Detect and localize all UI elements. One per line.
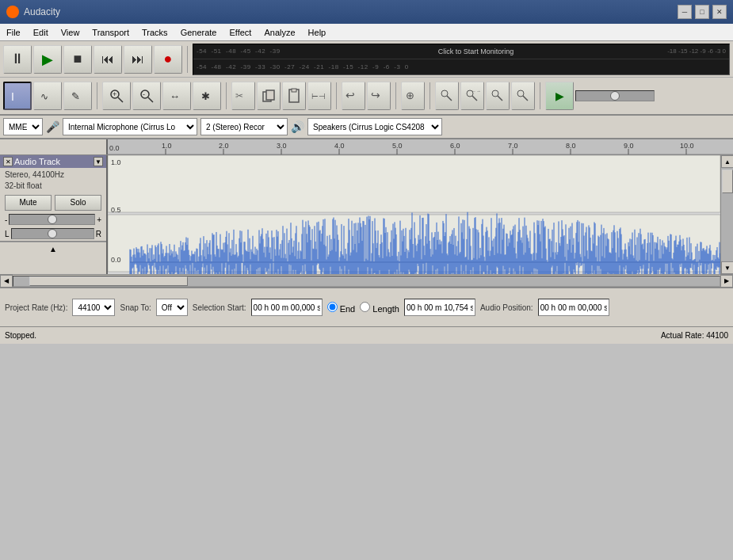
ruler-track-label xyxy=(0,139,108,154)
pan-tool-button[interactable]: ↔ xyxy=(162,82,191,110)
length-radio[interactable] xyxy=(360,302,370,312)
scroll-up-button[interactable]: ▲ xyxy=(721,155,733,168)
zoom-reset-button[interactable] xyxy=(511,82,535,110)
svg-text:7.0: 7.0 xyxy=(508,142,518,150)
svg-text:8.0: 8.0 xyxy=(566,142,576,150)
pan-knob[interactable] xyxy=(48,229,57,238)
ruler-svg: 0.0 1.0 2.0 3.0 4.0 5.0 6.0 7.0 8.0 9.0 … xyxy=(108,139,733,155)
track-format: Stereo, 44100Hz xyxy=(5,170,101,181)
zoom-fit-icon: ←→ xyxy=(464,88,480,104)
svg-text:↩: ↩ xyxy=(346,89,355,101)
app-icon xyxy=(6,6,19,18)
end-radio[interactable] xyxy=(327,302,338,312)
svg-text:4.0: 4.0 xyxy=(334,142,345,150)
gain-row: - + xyxy=(0,212,106,227)
gain-slider[interactable] xyxy=(9,214,95,225)
zoom-fit-button[interactable]: ←→ xyxy=(460,82,484,110)
status-bar: Project Rate (Hz): 44100 Snap To: Off Se… xyxy=(0,287,733,326)
vu-meter-area[interactable]: -54 -51 -48 -45 -42 -39 Click to Start M… xyxy=(193,44,730,75)
close-button[interactable]: ✕ xyxy=(712,5,727,19)
menu-effect[interactable]: Effect xyxy=(223,26,258,39)
play-button[interactable]: ▶ xyxy=(33,45,62,74)
scroll-track[interactable] xyxy=(721,168,733,261)
scroll-left-button[interactable]: ◀ xyxy=(0,275,13,288)
zoom-out-button[interactable]: - xyxy=(132,82,161,110)
minimize-button[interactable]: ─ xyxy=(678,5,692,19)
menu-transport[interactable]: Transport xyxy=(86,26,136,39)
zoom-out-full-button[interactable] xyxy=(486,82,510,110)
toolbar-separator-1 xyxy=(187,46,188,73)
play-at-speed-button[interactable]: ▶ xyxy=(545,82,574,110)
window-title: Audacity xyxy=(24,6,678,17)
envelope-tool-button[interactable]: ∿ xyxy=(33,82,62,110)
channels-select[interactable]: 2 (Stereo) Recor xyxy=(200,118,288,135)
bottom-status-bar: Stopped. Actual Rate: 44100 xyxy=(0,326,733,344)
menu-help[interactable]: Help xyxy=(302,26,333,39)
h-scroll-thumb[interactable] xyxy=(29,276,188,286)
track-dropdown-button[interactable]: ▼ xyxy=(94,157,103,166)
mute-button[interactable]: Mute xyxy=(5,195,52,211)
record-button[interactable]: ● xyxy=(154,45,182,74)
cut-button[interactable]: ✂ xyxy=(231,82,255,110)
track-controls: Mute Solo xyxy=(0,193,106,212)
svg-point-27 xyxy=(517,90,524,97)
track-panel: ✕ Audio Track ▼ Stereo, 44100Hz 32-bit f… xyxy=(0,155,108,274)
toolbar-separator-7 xyxy=(540,82,540,109)
pan-L-label: L xyxy=(5,230,10,238)
speed-knob[interactable] xyxy=(610,91,620,101)
vertical-scrollbar[interactable]: ▲ ▼ xyxy=(720,155,733,274)
selection-start-input[interactable] xyxy=(251,299,323,316)
undo-button[interactable]: ↩ xyxy=(342,82,365,110)
multi-tool-button[interactable]: ✱ xyxy=(193,82,221,110)
length-radio-label: Length xyxy=(360,302,399,314)
menu-edit[interactable]: Edit xyxy=(27,26,55,39)
zoom-sel-button[interactable] xyxy=(435,82,459,110)
redo-button[interactable]: ↪ xyxy=(367,82,391,110)
snap-to-select[interactable]: Off xyxy=(156,299,188,316)
skip-end-button[interactable]: ⏭ xyxy=(124,45,152,74)
menu-generate[interactable]: Generate xyxy=(174,26,223,39)
pause-button[interactable]: ⏸ xyxy=(3,45,32,74)
selection-tool-button[interactable]: I xyxy=(3,82,32,110)
menu-tracks[interactable]: Tracks xyxy=(136,26,174,39)
scroll-thumb[interactable] xyxy=(722,170,733,193)
menu-view[interactable]: View xyxy=(55,26,86,39)
host-select[interactable]: MME xyxy=(3,118,43,135)
paste-button[interactable] xyxy=(282,82,306,110)
horizontal-scrollbar[interactable]: ◀ ▶ xyxy=(0,274,733,287)
h-scroll-track[interactable] xyxy=(13,276,720,287)
zoom-in-button[interactable]: + xyxy=(102,82,131,110)
solo-button[interactable]: Solo xyxy=(55,195,101,211)
scroll-right-button[interactable]: ▶ xyxy=(720,275,733,288)
speed-slider[interactable] xyxy=(575,90,655,101)
svg-line-23 xyxy=(472,96,477,101)
copy-button[interactable] xyxy=(257,82,281,110)
audio-position-input[interactable] xyxy=(538,299,609,316)
svg-text:6.0: 6.0 xyxy=(450,142,460,150)
skip-start-button[interactable]: ⏮ xyxy=(94,45,122,74)
maximize-button[interactable]: □ xyxy=(695,5,709,19)
sync-button[interactable]: ⊕ xyxy=(401,82,425,110)
device-row: MME 🎤 Internal Microphone (Cirrus Lo 2 (… xyxy=(0,116,733,139)
end-value-input[interactable] xyxy=(404,299,475,316)
svg-text:←→: ←→ xyxy=(471,89,480,93)
track-collapse-button[interactable]: ▲ xyxy=(0,242,106,256)
scroll-down-button[interactable]: ▼ xyxy=(721,261,733,274)
pan-slider[interactable] xyxy=(11,228,94,239)
ruler: 0.0 1.0 2.0 3.0 4.0 5.0 6.0 7.0 8.0 9.0 … xyxy=(0,139,733,155)
redo-icon: ↪ xyxy=(371,88,387,104)
menu-analyze[interactable]: Analyze xyxy=(258,26,301,39)
project-rate-select[interactable]: 44100 xyxy=(72,299,115,316)
draw-tool-button[interactable]: ✎ xyxy=(63,82,92,110)
zoom-reset-icon xyxy=(515,88,531,104)
track-name: Audio Track xyxy=(14,157,92,166)
menu-file[interactable]: File xyxy=(0,26,27,39)
input-device-select[interactable]: Internal Microphone (Cirrus Lo xyxy=(63,118,197,135)
trim-button[interactable]: ⊢⊣ xyxy=(307,82,331,110)
svg-rect-53 xyxy=(108,155,720,212)
track-close-button[interactable]: ✕ xyxy=(3,157,13,166)
gain-knob[interactable] xyxy=(48,215,57,224)
stop-button[interactable]: ■ xyxy=(63,45,92,74)
output-device-select[interactable]: Speakers (Cirrus Logic CS4208 xyxy=(307,118,442,135)
monitoring-label[interactable]: Click to Start Monitoring xyxy=(284,48,667,55)
